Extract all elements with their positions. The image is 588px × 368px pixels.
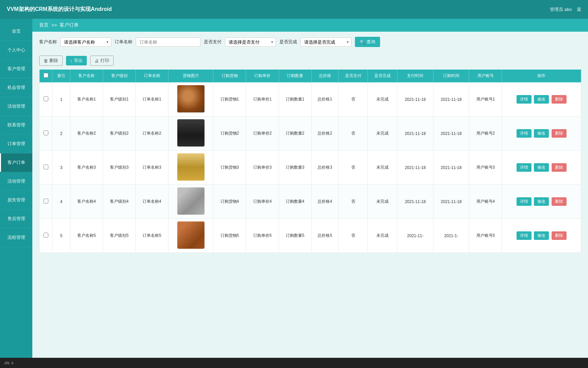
row-order-name: 订单名称1: [136, 82, 168, 117]
breadcrumb-separator: >>: [51, 22, 57, 28]
row-customer-level: 客户级别3: [103, 151, 136, 185]
row-checkbox[interactable]: [44, 199, 48, 203]
row-user-account: 用户账号2: [469, 117, 502, 151]
row-checkbox-cell: [39, 151, 52, 185]
search-icon: 🔍: [360, 40, 365, 45]
detail-button[interactable]: 详情: [517, 197, 532, 206]
row-unit-price: 订购单价3: [246, 151, 279, 185]
row-checkbox[interactable]: [44, 131, 48, 135]
remove-button[interactable]: 删除: [552, 95, 567, 104]
sidebar-item-activity[interactable]: 活动管理: [0, 97, 32, 116]
row-customer-name: 客户名称5: [70, 219, 103, 253]
row-customer-name: 客户名称3: [70, 151, 103, 185]
col-user-account: 用户账号: [469, 70, 502, 82]
bottom-expand-icon[interactable]: ∧: [11, 361, 14, 365]
is-paid-label: 是否支付: [204, 39, 222, 45]
detail-button[interactable]: 详情: [517, 163, 532, 172]
col-unit-price: 订购单价: [246, 70, 279, 82]
col-actions: 操作: [502, 70, 581, 82]
remove-button[interactable]: 删除: [552, 197, 567, 206]
row-total: 总价格4: [311, 185, 338, 219]
row-actions-cell: 详情 修改 删除: [502, 185, 581, 219]
row-total: 总价格3: [311, 151, 338, 185]
row-product-img: [168, 151, 213, 185]
row-user-account: 用户账号1: [469, 82, 502, 117]
breadcrumb: 首页 >> 客户订单: [32, 19, 588, 32]
row-actions-cell: 详情 修改 删除: [502, 219, 581, 253]
remove-button[interactable]: 删除: [552, 231, 567, 240]
filter-bar: 客户名称 请选择客户名称 订单名称 是否支付 请选择是否支付 是否完成 请选择是…: [32, 32, 588, 52]
search-button[interactable]: 🔍 查询: [355, 37, 380, 47]
row-customer-name: 客户名称4: [70, 185, 103, 219]
row-is-paid: 否: [338, 219, 368, 253]
row-customer-level: 客户级别1: [103, 82, 136, 117]
table-container: 索引 客户名称 客户级别 订单名称 货物图片 订购货物 订购单价 订购数量 总价…: [32, 69, 588, 260]
row-actions-cell: 详情 修改 删除: [502, 117, 581, 151]
detail-button[interactable]: 详情: [517, 129, 532, 138]
col-pay-time: 支付时间: [397, 70, 434, 82]
sidebar-item-home[interactable]: 首页: [0, 22, 32, 41]
edit-button[interactable]: 修改: [534, 95, 549, 104]
row-checkbox-cell: [39, 82, 52, 117]
row-checkbox-cell: [39, 219, 52, 253]
row-is-paid: 否: [338, 82, 368, 117]
row-product-img: [168, 219, 213, 253]
row-order-name: 订单名称4: [136, 185, 168, 219]
select-all-checkbox[interactable]: [44, 73, 48, 78]
row-quantity: 订购数量2: [279, 117, 311, 151]
row-checkbox[interactable]: [44, 233, 48, 237]
export-icon: ↑: [70, 58, 72, 63]
delete-button[interactable]: 🗑 删除: [39, 56, 63, 66]
order-name-label: 订单名称: [115, 39, 132, 45]
breadcrumb-home[interactable]: 首页: [39, 22, 49, 28]
sidebar-item-contact[interactable]: 联系管理: [0, 116, 32, 135]
remove-button[interactable]: 删除: [552, 129, 567, 138]
bottom-bar: .xls ∧: [0, 358, 588, 368]
sidebar-item-personal[interactable]: 个人中心: [0, 41, 32, 60]
row-quantity: 订购数量5: [279, 219, 311, 253]
edit-button[interactable]: 修改: [534, 231, 549, 240]
sidebar-item-customer-order[interactable]: 客户订单: [0, 153, 32, 172]
row-checkbox-cell: [39, 185, 52, 219]
is-complete-select-wrapper: 请选择是否完成: [300, 37, 352, 47]
customer-name-select[interactable]: 请选择客户名称: [60, 37, 111, 47]
row-pay-time: 2021-11-18: [397, 185, 434, 219]
detail-button[interactable]: 详情: [517, 95, 532, 104]
row-pay-time: 2021-11-18: [397, 117, 434, 151]
sidebar-item-customer[interactable]: 客户管理: [0, 60, 32, 78]
col-quantity: 订购数量: [279, 70, 311, 82]
sidebar-item-opportunity[interactable]: 机会管理: [0, 78, 32, 97]
edit-button[interactable]: 修改: [534, 197, 549, 206]
row-total: 总价格5: [311, 219, 338, 253]
sidebar-item-order[interactable]: 订单管理: [0, 135, 32, 153]
row-unit-price: 订购单价4: [246, 185, 279, 219]
sidebar-item-activity2[interactable]: 活动管理: [0, 172, 32, 191]
row-order-name: 订单名称3: [136, 151, 168, 185]
detail-button[interactable]: 详情: [517, 231, 532, 240]
order-name-input[interactable]: [136, 37, 200, 47]
sidebar-item-aftersale[interactable]: 售后管理: [0, 210, 32, 228]
remove-button[interactable]: 删除: [552, 163, 567, 172]
sidebar-item-process[interactable]: 流程管理: [0, 228, 32, 247]
table-row: 4 客户名称4 客户级别4 订单名称4 订购货物4 订购单价4 订购数量4 总价…: [39, 185, 581, 219]
row-actions-cell: 详情 修改 删除: [502, 151, 581, 185]
is-paid-select[interactable]: 请选择是否支付: [225, 37, 276, 47]
row-goods: 订购货物2: [213, 117, 246, 151]
is-complete-select[interactable]: 请选择是否完成: [300, 37, 352, 47]
export-button[interactable]: ↑ 导出: [66, 56, 87, 65]
row-pay-time: 2021-11-18: [397, 82, 434, 117]
edit-button[interactable]: 修改: [534, 163, 549, 172]
table-row: 5 客户名称5 客户级别5 订单名称5 订购货物5 订购单价5 订购数量5 总价…: [39, 219, 581, 253]
row-is-complete: 未完成: [368, 151, 397, 185]
row-unit-price: 订购单价5: [246, 219, 279, 253]
row-quantity: 订购数量4: [279, 185, 311, 219]
row-product-img: [168, 117, 213, 151]
edit-button[interactable]: 修改: [534, 129, 549, 138]
table-row: 2 客户名称2 客户级别2 订单名称2 订购货物2 订购单价2 订购数量2 总价…: [39, 117, 581, 151]
sidebar-item-loss[interactable]: 损失管理: [0, 191, 32, 210]
row-order-time: 2021-11-18: [433, 185, 469, 219]
row-pay-time: 2021-11-18: [397, 151, 434, 185]
print-button[interactable]: 🖨 打印: [90, 56, 114, 66]
row-checkbox[interactable]: [44, 96, 48, 101]
row-checkbox[interactable]: [44, 165, 48, 169]
